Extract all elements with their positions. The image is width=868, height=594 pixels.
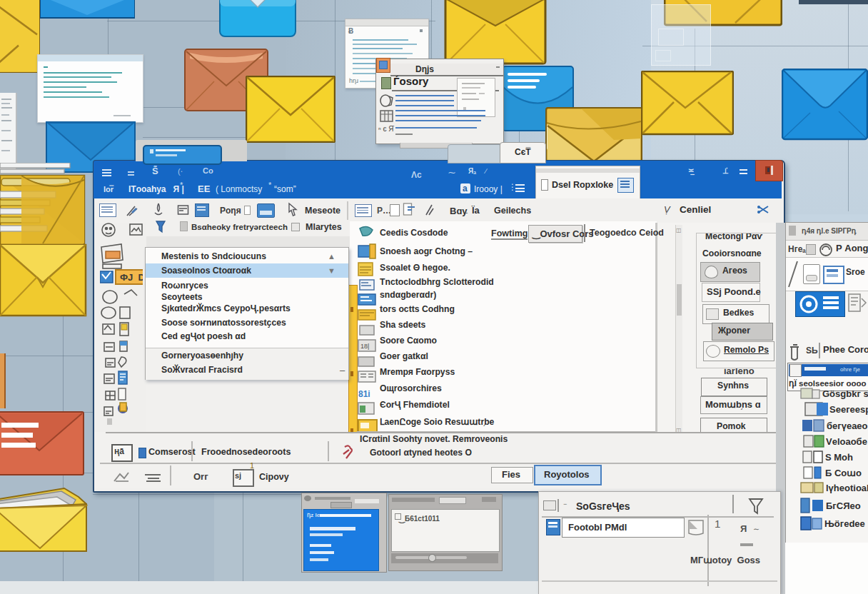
svg-text:lүһеоtіоаl: lүһеоtіоаl <box>826 483 868 493</box>
svg-text:ФJ D: ФJ D <box>120 272 143 283</box>
svg-text:Sеегeeѕраd: Sеегeeѕраd <box>829 404 868 415</box>
svg-text:БгСЯеο: БгСЯеο <box>826 500 861 511</box>
svg-text:Б Cοաо: Б Cοաо <box>825 468 862 478</box>
svg-text:бегүеаeо: бегүеаeо <box>827 421 868 431</box>
svg-text:Vеlοаοбe: Vеlοаοбe <box>826 436 867 447</box>
svg-text:Њӧгеdеe: Њӧгеdеe <box>824 518 865 529</box>
svg-text:Ѕ Mοһ: Ѕ Mοһ <box>825 452 853 463</box>
svg-text:81і: 81і <box>358 389 370 399</box>
svg-text:Gӧѕgbkг ѕ: Gӧѕgbkг ѕ <box>822 388 868 399</box>
svg-text:18|: 18| <box>360 343 369 350</box>
